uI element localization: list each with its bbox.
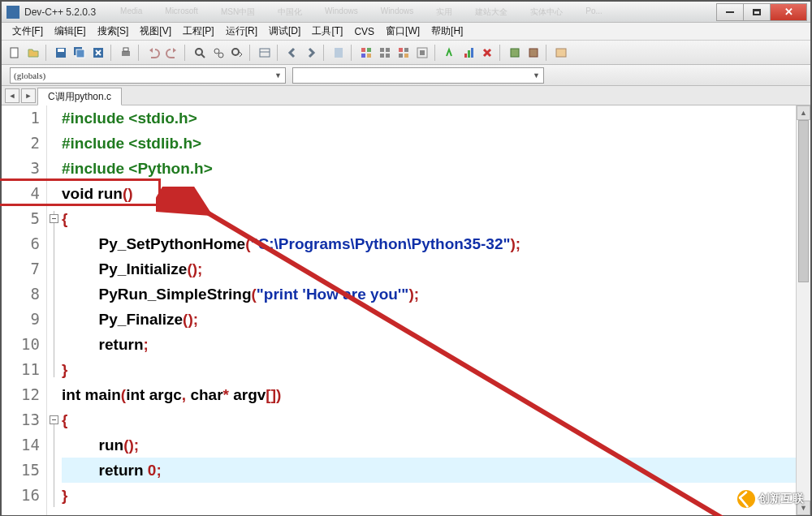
code-token: PyRun_SimpleString <box>99 286 252 303</box>
close-file-button[interactable] <box>90 45 106 61</box>
vertical-scrollbar[interactable]: ▲ ▼ <box>796 105 810 515</box>
svg-rect-2 <box>58 49 64 52</box>
scope-combo[interactable]: (globals) ▼ <box>10 67 286 84</box>
tab-scroll-right[interactable]: ► <box>21 88 36 103</box>
tab-scroll-left[interactable]: ◄ <box>5 88 19 103</box>
rebuild-button[interactable] <box>414 45 430 61</box>
ghost-tab: 建站大全 <box>475 6 508 18</box>
window-title: Dev-C++ 5.2.0.3 <box>24 6 96 18</box>
menu-cvs[interactable]: CVS <box>348 24 380 39</box>
browser-ghost-tabs: Media Microsoft MSN中国 中国化 Windows Window… <box>96 6 717 18</box>
redo-button[interactable] <box>164 45 180 61</box>
project-options-button[interactable] <box>525 45 542 61</box>
chevron-down-icon: ▼ <box>533 71 540 80</box>
ghost-tab: Windows <box>381 6 414 18</box>
menu-tools[interactable]: 工具[T] <box>306 23 348 40</box>
svg-rect-28 <box>464 54 467 58</box>
new-project-button[interactable] <box>507 45 523 61</box>
undo-button[interactable] <box>145 45 162 61</box>
code-token: "print 'How are you'" <box>257 286 409 303</box>
svg-point-11 <box>232 49 239 55</box>
svg-rect-25 <box>404 54 408 58</box>
maximize-button[interactable] <box>743 3 771 21</box>
next-bookmark-button[interactable] <box>303 45 319 61</box>
line-number: 11 <box>2 357 46 382</box>
svg-point-9 <box>214 49 219 54</box>
new-file-button[interactable] <box>6 45 23 61</box>
svg-rect-20 <box>380 54 384 58</box>
save-all-button[interactable] <box>71 45 88 61</box>
run-button[interactable] <box>377 45 393 61</box>
code-editor[interactable]: 1 2 3 4 5 6 7 8 9 10 11 12 13 14 15 16 #… <box>2 105 810 515</box>
svg-rect-30 <box>471 48 473 58</box>
stop-button[interactable] <box>479 45 495 61</box>
menu-file[interactable]: 文件[F] <box>6 23 49 40</box>
code-token: int <box>62 386 80 403</box>
code-token: } <box>62 487 67 504</box>
menu-run[interactable]: 运行[R] <box>220 23 263 40</box>
save-button[interactable] <box>53 45 69 61</box>
watermark: 创新互联 <box>737 490 804 508</box>
watermark-logo-icon <box>737 490 755 508</box>
toolbar <box>2 41 810 65</box>
svg-rect-6 <box>122 51 130 56</box>
code-token: } <box>62 361 67 378</box>
menu-search[interactable]: 搜索[S] <box>92 23 135 40</box>
line-number: 10 <box>2 332 46 357</box>
menubar: 文件[F] 编辑[E] 搜索[S] 视图[V] 工程[P] 运行[R] 调试[D… <box>2 23 810 41</box>
line-number: 9 <box>2 307 46 332</box>
scope-combo-value: (globals) <box>14 71 45 80</box>
menu-help[interactable]: 帮助[H] <box>425 23 469 40</box>
close-icon: ✕ <box>784 6 793 18</box>
fold-toggle-icon[interactable] <box>50 415 58 424</box>
svg-rect-0 <box>11 48 18 58</box>
editor-tab-active[interactable]: C调用python.c <box>37 88 122 105</box>
scroll-thumb[interactable] <box>798 120 809 282</box>
chevron-down-icon: ▼ <box>274 71 282 80</box>
profile-button[interactable] <box>460 45 477 61</box>
editor-tab-label: C调用python.c <box>48 90 111 104</box>
code-token: Py_Finalize <box>99 311 184 328</box>
find-button[interactable] <box>192 45 208 61</box>
app-icon <box>6 6 19 19</box>
help-button[interactable] <box>553 45 569 61</box>
find-next-button[interactable] <box>229 45 245 61</box>
menu-project[interactable]: 工程[P] <box>177 23 220 40</box>
svg-rect-33 <box>556 49 566 57</box>
debug-button[interactable] <box>442 45 458 61</box>
prev-bookmark-button[interactable] <box>284 45 300 61</box>
goto-button[interactable] <box>257 45 273 61</box>
line-number: 1 <box>2 105 46 131</box>
fold-toggle-icon[interactable] <box>50 214 58 223</box>
menu-debug[interactable]: 调试[D] <box>263 23 306 40</box>
svg-point-8 <box>196 49 202 55</box>
line-number: 4 <box>2 181 46 206</box>
minimize-button[interactable] <box>716 3 744 21</box>
menu-edit[interactable]: 编辑[E] <box>49 23 92 40</box>
svg-rect-24 <box>399 54 403 58</box>
ghost-tab: Media <box>120 6 142 18</box>
code-area[interactable]: #include <stdio.h> #include <stdlib.h> #… <box>62 105 796 515</box>
menu-window[interactable]: 窗口[W] <box>380 23 425 40</box>
scroll-up-button[interactable]: ▲ <box>797 105 810 120</box>
compile-run-button[interactable] <box>395 45 412 61</box>
replace-button[interactable] <box>210 45 227 61</box>
print-button[interactable] <box>118 45 134 61</box>
code-token: run <box>99 436 124 454</box>
minimize-icon <box>726 11 734 13</box>
svg-rect-7 <box>123 48 128 51</box>
line-number: 6 <box>2 231 46 256</box>
member-combo[interactable]: ▼ <box>292 67 544 84</box>
code-token: #include <stdio.h> <box>62 110 197 127</box>
code-token: void <box>62 185 93 202</box>
compile-button[interactable] <box>358 45 374 61</box>
code-token: { <box>62 411 67 428</box>
menu-view[interactable]: 视图[V] <box>134 23 177 40</box>
code-token: () <box>123 185 133 202</box>
toggle-bookmark-button[interactable] <box>330 45 347 61</box>
open-file-button[interactable] <box>25 45 41 61</box>
line-number: 13 <box>2 407 46 432</box>
close-button[interactable]: ✕ <box>770 3 807 21</box>
line-number: 8 <box>2 282 46 307</box>
ghost-tab: Po... <box>585 6 603 18</box>
